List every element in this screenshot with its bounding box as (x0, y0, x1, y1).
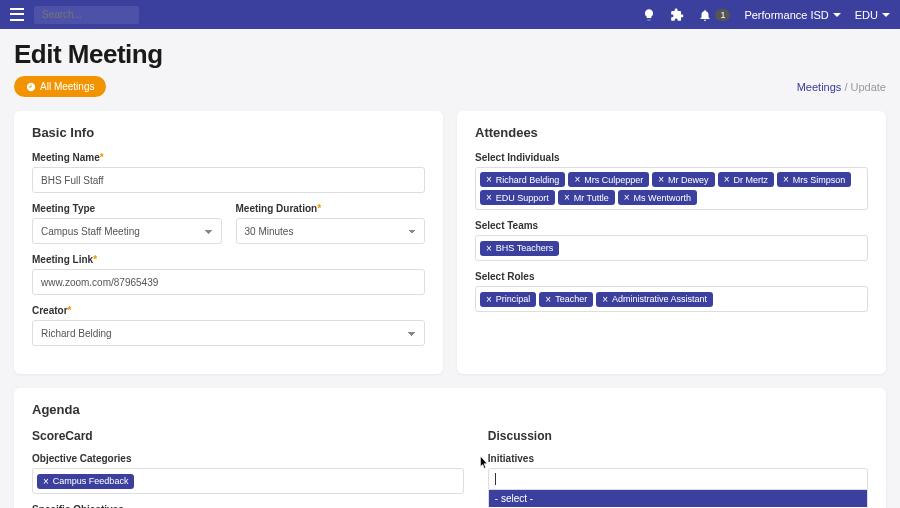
user-menu[interactable]: EDU (855, 9, 890, 21)
attendees-card: Attendees Select Individuals Richard Bel… (457, 111, 886, 374)
mouse-cursor-icon (480, 456, 490, 470)
hamburger-icon[interactable] (10, 7, 26, 23)
initiatives-label: Initiatives (488, 453, 868, 464)
teams-label: Select Teams (475, 220, 868, 231)
creator-label: Creator* (32, 305, 425, 316)
chevron-down-icon (882, 13, 890, 17)
page-header: Edit Meeting All Meetings Meetings / Upd… (0, 29, 900, 101)
chip[interactable]: Teacher (539, 292, 593, 307)
puzzle-icon[interactable] (670, 8, 684, 22)
chip[interactable]: BHS Teachers (480, 241, 559, 256)
all-meetings-label: All Meetings (40, 81, 94, 92)
scorecard-col: ScoreCard Objective Categories Campus Fe… (32, 429, 464, 508)
chip[interactable]: Ms Wentworth (618, 190, 697, 205)
dd-item-select[interactable]: - select - (489, 490, 867, 507)
basic-title: Basic Info (32, 125, 425, 140)
name-label: Meeting Name* (32, 152, 425, 163)
topbar-right: 1 Performance ISD EDU (642, 8, 890, 22)
individuals-label: Select Individuals (475, 152, 868, 163)
duration-label: Meeting Duration* (236, 203, 426, 214)
topbar: 1 Performance ISD EDU (0, 0, 900, 29)
initiatives-dropdown[interactable]: - select - PISD Strategic Plan 2023 - 20… (488, 468, 868, 508)
breadcrumb-link[interactable]: Meetings (797, 81, 842, 93)
user-label: EDU (855, 9, 878, 21)
obj-cat-label: Objective Categories (32, 453, 464, 464)
chip[interactable]: Principal (480, 292, 536, 307)
chip[interactable]: EDU Support (480, 190, 555, 205)
search-input[interactable] (34, 6, 139, 24)
chip[interactable]: Richard Belding (480, 172, 565, 187)
page-title: Edit Meeting (14, 39, 886, 70)
initiatives-input[interactable] (488, 468, 868, 490)
lightbulb-icon[interactable] (642, 8, 656, 22)
roles-box[interactable]: PrincipalTeacherAdministrative Assistant (475, 286, 868, 312)
scorecard-title: ScoreCard (32, 429, 464, 443)
attendees-title: Attendees (475, 125, 868, 140)
chip[interactable]: Administrative Assistant (596, 292, 713, 307)
notifications[interactable]: 1 (698, 8, 730, 22)
chip[interactable]: Dr Mertz (718, 172, 774, 187)
chip[interactable]: Campus Feedback (37, 474, 134, 489)
link-label: Meeting Link* (32, 254, 425, 265)
roles-label: Select Roles (475, 271, 868, 282)
initiatives-list: - select - PISD Strategic Plan 2023 - 20… (488, 490, 868, 508)
chip[interactable]: Mrs Simpson (777, 172, 851, 187)
org-name-label: Performance ISD (744, 9, 828, 21)
individuals-box[interactable]: Richard BeldingMrs CulpepperMr DeweyDr M… (475, 167, 868, 210)
meeting-type-select[interactable]: Campus Staff Meeting (32, 218, 222, 244)
chip[interactable]: Mr Dewey (652, 172, 714, 187)
org-selector[interactable]: Performance ISD (744, 9, 840, 21)
chip[interactable]: Mr Tuttle (558, 190, 615, 205)
breadcrumb-current: Update (851, 81, 886, 93)
breadcrumb: Meetings / Update (797, 81, 886, 93)
meeting-name-input[interactable] (32, 167, 425, 193)
obj-cat-box[interactable]: Campus Feedback (32, 468, 464, 494)
chevron-down-icon (833, 13, 841, 17)
clock-icon (26, 82, 36, 92)
notification-count: 1 (715, 9, 730, 21)
discussion-title: Discussion (488, 429, 868, 443)
chip[interactable]: Mrs Culpepper (568, 172, 649, 187)
agenda-title: Agenda (32, 402, 868, 417)
duration-select[interactable]: 30 Minutes (236, 218, 426, 244)
type-label: Meeting Type (32, 203, 222, 214)
creator-select[interactable]: Richard Belding (32, 320, 425, 346)
discussion-col: Discussion Initiatives - select - PISD S… (488, 429, 868, 508)
content: Basic Info Meeting Name* Meeting Type Ca… (0, 101, 900, 508)
agenda-card: Agenda ScoreCard Objective Categories Ca… (14, 388, 886, 508)
meeting-link-input[interactable] (32, 269, 425, 295)
basic-info-card: Basic Info Meeting Name* Meeting Type Ca… (14, 111, 443, 374)
teams-box[interactable]: BHS Teachers (475, 235, 868, 261)
all-meetings-button[interactable]: All Meetings (14, 76, 106, 97)
bell-icon (698, 8, 712, 22)
spec-obj-label: Specific Objectives (32, 504, 464, 508)
